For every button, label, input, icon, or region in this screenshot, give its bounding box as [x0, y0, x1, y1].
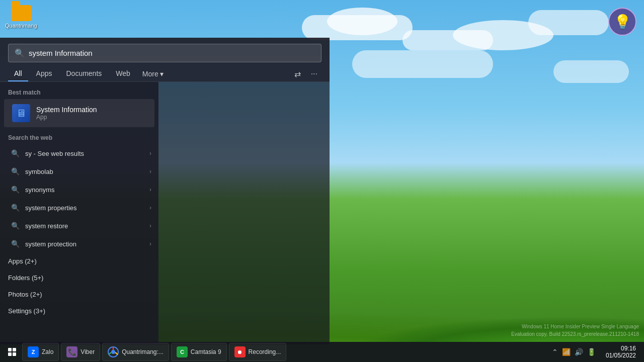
system-tray: ⌃ 📶 🔊 🔋	[548, 347, 600, 357]
battery-icon[interactable]: 🔋	[586, 347, 597, 357]
best-match-label: Best match	[0, 82, 158, 99]
desktop-folder[interactable]: Quantrimang	[5, 5, 37, 29]
result-symbolab[interactable]: 🔍 symbolab ›	[2, 162, 156, 180]
taskbar-viber[interactable]: 📞 Viber	[61, 343, 100, 361]
taskbar-viber-label: Viber	[80, 348, 95, 355]
network-icon[interactable]: 📶	[561, 347, 572, 357]
category-folders-text: Folders (5+)	[8, 274, 43, 282]
arrow-icon-3: ›	[149, 204, 151, 211]
results-left: Best match 🖥 System Information App Sear…	[0, 82, 158, 344]
search-icon: 🔍	[15, 48, 25, 58]
search-web-label: Search the web	[0, 127, 158, 144]
clock-date: 01/05/2022	[606, 352, 636, 359]
search-web-icon-3: 🔍	[10, 203, 20, 213]
tab-more[interactable]: More ▾	[138, 67, 168, 81]
search-web-icon-4: 🔍	[10, 221, 20, 231]
start-button[interactable]	[4, 344, 20, 360]
result-system-protection[interactable]: 🔍 system protection ›	[2, 235, 156, 253]
folder-icon	[11, 5, 31, 21]
tabs-row: All Apps Documents Web More ▾ ⇄ ···	[0, 62, 330, 82]
taskbar-zalo-label: Zalo	[42, 348, 53, 355]
arrow-icon-5: ›	[149, 240, 151, 247]
search-web-icon-0: 🔍	[10, 148, 20, 158]
chrome-icon	[108, 346, 119, 357]
result-item-text-2: synonyms	[25, 186, 149, 194]
lightbulb-icon: 💡	[614, 14, 631, 30]
category-settings[interactable]: Settings (3+)	[0, 303, 158, 319]
clock-time: 09:16	[621, 345, 636, 352]
taskbar-recording[interactable]: ⏺ Recording...	[229, 343, 287, 361]
result-item-text-0: sy - See web results	[25, 150, 149, 157]
windows-logo-icon	[8, 348, 16, 356]
watermark-line1: Windows 11 Home Insider Preview Single L…	[511, 323, 639, 330]
camtasia-icon: C	[177, 346, 188, 357]
search-web-icon-1: 🔍	[10, 166, 20, 176]
arrow-icon-1: ›	[149, 168, 151, 175]
result-item-text-1: symbolab	[25, 168, 149, 175]
taskbar-camtasia[interactable]: C Camtasia 9	[171, 343, 227, 361]
svg-point-1	[111, 350, 115, 354]
tab-all[interactable]: All	[8, 66, 28, 81]
search-bar-container: 🔍	[0, 38, 330, 62]
taskbar: Z Zalo 📞 Viber Quantrimang:... C Camtasi…	[0, 342, 644, 362]
search-input[interactable]	[29, 49, 315, 57]
best-match-item[interactable]: 🖥 System Information App	[4, 99, 154, 127]
share-icon[interactable]: ⇄	[290, 67, 305, 81]
category-apps-text: Apps (2+)	[8, 257, 37, 265]
arrow-icon-0: ›	[149, 150, 151, 157]
taskbar-quantrimang[interactable]: Quantrimang:...	[102, 343, 169, 361]
category-photos[interactable]: Photos (2+)	[0, 286, 158, 303]
category-photos-text: Photos (2+)	[8, 291, 42, 298]
taskbar-clock[interactable]: 09:16 01/05/2022	[602, 345, 640, 359]
search-web-icon-5: 🔍	[10, 239, 20, 249]
results-right-preview	[158, 82, 330, 344]
result-item-text-5: system protection	[25, 240, 149, 248]
category-folders[interactable]: Folders (5+)	[0, 269, 158, 286]
win-watermark: Windows 11 Home Insider Preview Single L…	[511, 323, 639, 338]
volume-icon[interactable]: 🔊	[574, 347, 584, 357]
taskbar-zalo[interactable]: Z Zalo	[22, 343, 59, 361]
taskbar-recording-label: Recording...	[249, 348, 281, 355]
best-match-name: System Information	[36, 106, 97, 114]
taskbar-quantrimang-label: Quantrimang:...	[122, 348, 164, 355]
start-menu: 🔍 All Apps Documents Web More ▾ ⇄ ··· Be…	[0, 38, 330, 344]
result-item-text-4: system restore	[25, 222, 149, 230]
watermark-line2: Evaluation copy. Build 22523.rs_prerelea…	[511, 330, 639, 338]
result-item-text-3: system properties	[25, 204, 149, 212]
category-settings-text: Settings (3+)	[8, 307, 45, 315]
category-apps[interactable]: Apps (2+)	[0, 253, 158, 269]
results-panel: Best match 🖥 System Information App Sear…	[0, 82, 330, 344]
tab-web[interactable]: Web	[110, 66, 136, 81]
folder-label: Quantrimang	[5, 23, 37, 29]
tab-apps[interactable]: Apps	[30, 66, 58, 81]
result-system-restore[interactable]: 🔍 system restore ›	[2, 217, 156, 235]
search-web-icon-2: 🔍	[10, 185, 20, 195]
recording-icon: ⏺	[234, 346, 246, 357]
arrow-icon-4: ›	[149, 222, 151, 229]
search-bar[interactable]: 🔍	[8, 44, 321, 62]
arrow-icon-2: ›	[149, 186, 151, 193]
lightbulb-widget[interactable]: 💡	[608, 8, 636, 36]
result-sy-web[interactable]: 🔍 sy - See web results ›	[2, 144, 156, 162]
chevron-up-icon[interactable]: ⌃	[551, 347, 559, 357]
system-info-icon: 🖥	[12, 104, 30, 122]
viber-icon: 📞	[66, 346, 77, 357]
taskbar-camtasia-label: Camtasia 9	[191, 348, 221, 355]
chevron-down-icon: ▾	[160, 70, 164, 78]
tab-documents[interactable]: Documents	[60, 66, 108, 81]
result-system-properties[interactable]: 🔍 system properties ›	[2, 199, 156, 217]
result-synonyms[interactable]: 🔍 synonyms ›	[2, 180, 156, 199]
zalo-icon: Z	[28, 346, 39, 357]
more-options-icon[interactable]: ···	[307, 67, 321, 80]
best-match-type: App	[36, 114, 97, 121]
